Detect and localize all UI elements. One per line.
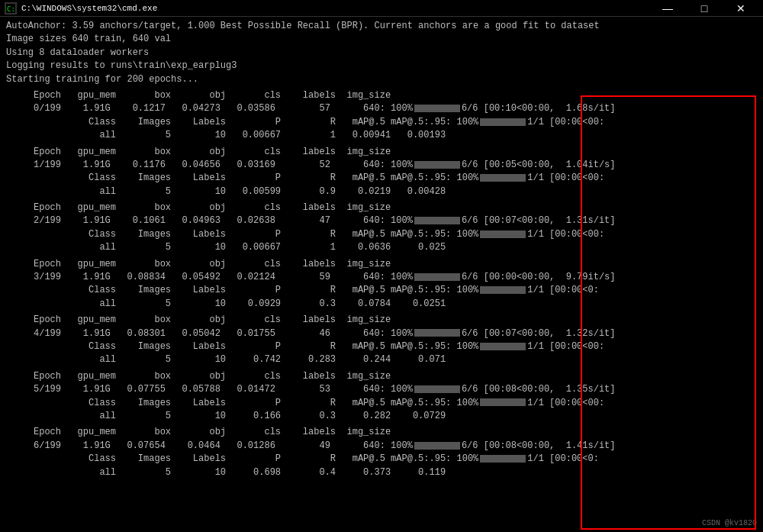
epoch-0-row2: Class Images Labels P R mAP@.5 mAP@.5:.9… <box>6 116 757 129</box>
epoch-5-row4: all 5 10 0.166 0.3 0.282 0.0729 <box>6 410 757 423</box>
epoch-3-row1: Epoch gpu_mem box obj cls labels img_siz… <box>6 258 757 271</box>
watermark: CSDN @kv1820 <box>702 518 757 530</box>
epoch-6-row2: 6/199 1.91G 0.07654 0.0464 0.01286 49 64… <box>6 440 757 453</box>
epoch-6-row4: all 5 10 0.698 0.4 0.373 0.119 <box>6 466 757 479</box>
titlebar-controls: — □ ✕ <box>650 0 758 17</box>
epoch-2-row1: Epoch gpu_mem box obj cls labels img_siz… <box>6 202 757 214</box>
header-line-1: Image sizes 640 train, 640 val <box>6 33 757 46</box>
epoch-5-row1: Epoch gpu_mem box obj cls labels img_siz… <box>6 370 757 383</box>
epoch-4-row3: Class Images Labels P R mAP@.5 mAP@.5:.9… <box>6 340 757 353</box>
terminal-window: AutoAnchor: 3.59 anchors/target, 1.000 B… <box>0 17 763 532</box>
epoch-2-row4: all 5 10 0.00667 1 0.0636 0.025 <box>6 241 757 254</box>
epoch-4-row1: Epoch gpu_mem box obj cls labels img_siz… <box>6 314 757 327</box>
col-header: Epoch gpu_mem box obj cls labels img_siz… <box>6 89 757 102</box>
titlebar: C: C:\WINDOWS\system32\cmd.exe — □ ✕ <box>0 0 763 17</box>
titlebar-left: C: C:\WINDOWS\system32\cmd.exe <box>5 2 157 15</box>
epoch-2-row2: 2/199 1.91G 0.1061 0.04963 0.02638 47 64… <box>6 214 757 227</box>
epoch-1-row1: Epoch gpu_mem box obj cls labels img_siz… <box>6 146 757 159</box>
close-button[interactable]: ✕ <box>723 0 758 17</box>
svg-text:C:: C: <box>7 5 15 13</box>
epoch-4-row2: 4/199 1.91G 0.08301 0.05042 0.01755 46 6… <box>6 327 757 340</box>
maximize-button[interactable]: □ <box>687 0 722 17</box>
epoch-6-row3: Class Images Labels P R mAP@.5 mAP@.5:.9… <box>6 453 757 466</box>
epoch-0-row1: 0/199 1.91G 0.1217 0.04273 0.03586 57 64… <box>6 102 757 115</box>
epoch-1-row3: Class Images Labels P R mAP@.5 mAP@.5:.9… <box>6 172 757 185</box>
header-line-4: Starting training for 200 epochs... <box>6 73 757 86</box>
epoch-6-row1: Epoch gpu_mem box obj cls labels img_siz… <box>6 426 757 439</box>
epoch-1-row4: all 5 10 0.00599 0.9 0.0219 0.00428 <box>6 185 757 198</box>
epoch-5-row2: 5/199 1.91G 0.07755 0.05788 0.01472 53 6… <box>6 383 757 396</box>
epoch-2-row3: Class Images Labels P R mAP@.5 mAP@.5:.9… <box>6 228 757 241</box>
minimize-button[interactable]: — <box>650 0 685 17</box>
header-line-3: Logging results to runs\train\exp_earplu… <box>6 60 757 73</box>
cmd-icon: C: <box>5 2 17 15</box>
header-line-2: Using 8 dataloader workers <box>6 47 757 60</box>
window-title: C:\WINDOWS\system32\cmd.exe <box>21 4 157 13</box>
epoch-4-row4: all 5 10 0.742 0.283 0.244 0.071 <box>6 353 757 366</box>
epoch-3-row3: Class Images Labels P R mAP@.5 mAP@.5:.9… <box>6 284 757 297</box>
epoch-5-row3: Class Images Labels P R mAP@.5 mAP@.5:.9… <box>6 397 757 410</box>
epoch-1-row2: 1/199 1.91G 0.1176 0.04656 0.03169 52 64… <box>6 159 757 172</box>
epoch-0-row3: all 5 10 0.00667 1 0.00941 0.00193 <box>6 129 757 142</box>
epoch-3-row2: 3/199 1.91G 0.08834 0.05492 0.02124 59 6… <box>6 271 757 284</box>
epoch-3-row4: all 5 10 0.0929 0.3 0.0784 0.0251 <box>6 298 757 311</box>
header-line-0: AutoAnchor: 3.59 anchors/target, 1.000 B… <box>6 20 757 33</box>
